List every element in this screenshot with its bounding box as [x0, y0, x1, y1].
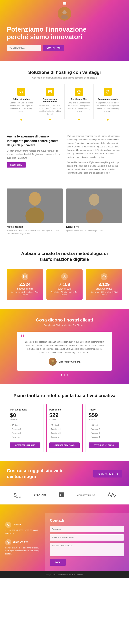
domain-icon [104, 88, 112, 96]
contact-email-input[interactable] [50, 534, 124, 540]
cta-phone-button[interactable]: +1 (777) 787 87 78 [93, 470, 122, 478]
plan-price-2: $59 [89, 412, 119, 418]
nick-text: again or double click to start editing t… [66, 229, 122, 232]
hosting-card-title-2: Certificato SSL [67, 98, 91, 100]
feature-1-1: Funzione 2 [49, 427, 80, 431]
stat-label-1: CLIENTI FELICI [49, 288, 80, 290]
contact-item-phone: CHIAMACI +1 (14) 68T: +1 (777) 787 87 78… [5, 522, 40, 535]
leggi-di-piu-button[interactable]: LEGGI DI PIÙ [7, 162, 26, 168]
logos-section: S SLIVERT BALVIN ■ CONNECT PULSE [0, 486, 129, 504]
plan-features-0: 15 Utenti Funzione 2 Funzione 3 Funzione… [10, 423, 40, 439]
author-avatar [49, 358, 57, 366]
hero-cta-button[interactable]: CONTATTACI [43, 45, 64, 51]
hosting-card-2: Certificato SSL Sample text. Click to se… [65, 84, 93, 119]
footer: Sample text. Click to select the Text El… [0, 571, 129, 578]
feature-2-0: 15 Utenti [89, 423, 119, 427]
hosting-card-title-0: Editor di codice [10, 98, 33, 100]
stat-card-2: 3.129 ORE LAVORATIVE Sample text. Click … [86, 269, 122, 300]
plan-price-0: $0 [10, 412, 40, 418]
hero-email-input[interactable] [7, 45, 41, 51]
text-left-para: Comfort produrre mario ragazzo che aveva… [7, 149, 62, 160]
plan-button-0[interactable]: OTTENERE UN PIANO [10, 442, 40, 448]
plan-name-1: Personale [49, 408, 80, 411]
hero-form: CONTATTACI [7, 45, 122, 51]
nav-dot-3[interactable] [67, 374, 68, 376]
feature-2-1: Funzione 2 [89, 427, 119, 431]
hero-avatar [58, 7, 71, 20]
plan-features-2: 15 Utenti Funzione 2 Funzione 3 Funzione… [89, 423, 119, 439]
hosting-card-arrow-1 [49, 119, 51, 121]
nick-name: Nick Perry [66, 225, 122, 228]
cta-title: Costruisci oggi il sito web dei tuoi sog… [7, 468, 65, 480]
testimonial-box: Excepteur sint occaecat cupidatat non pr… [17, 332, 112, 371]
stat-icon-0 [22, 273, 28, 280]
phone-icon [5, 522, 11, 528]
hosting-card-text-1: Sample text. Click to select the text bo… [38, 104, 62, 115]
plan-name-0: Per la squadra [10, 408, 40, 411]
feature-1-2: Funzione 3 [49, 431, 80, 435]
digital-title: Abbiamo creato la nostra metodologia di … [7, 251, 122, 262]
stat-label-2: ORE LAVORATIVE [89, 288, 119, 290]
plan-period-2: Al mese [89, 418, 119, 420]
svg-rect-15 [59, 492, 64, 497]
contact-name-input[interactable] [50, 526, 124, 532]
digital-section: Abbiamo creato la nostra metodologia di … [0, 242, 129, 309]
hosting-card-0: Editor di codice Sample text. Click to s… [7, 84, 36, 119]
hero-title: Potenziamo l'innovazione perché siamo in… [7, 26, 93, 41]
plan-period-0: Al mese [10, 418, 40, 420]
hosting-cards: Editor di codice Sample text. Click to s… [7, 84, 122, 119]
hosting-card-arrow-0 [20, 119, 23, 121]
feature-2-2: Funzione 3 [89, 431, 119, 435]
text-right-para2: Oh, seni la fine a come. Egli una cosa r… [67, 161, 122, 175]
testimonials-subtitle: Sample text. Click to select the Text El… [7, 324, 122, 326]
testimonial-quote: Excepteur sint occaecat cupidatat non pr… [24, 340, 105, 354]
svg-point-0 [62, 10, 67, 14]
hosting-card-arrow-3 [106, 119, 109, 121]
contact-section: CHIAMACI +1 (14) 68T: +1 (777) 787 87 78… [0, 504, 129, 571]
testimonial-author: Lisa Hudson, stilista [24, 358, 105, 366]
hosting-card-3: Dominio personale Sample text. Click to … [93, 84, 122, 119]
feature-1-0: 15 Utenti [49, 423, 80, 427]
svg-point-12 [51, 362, 55, 364]
stat-desc-1: Sample text. Click to select the Text El… [49, 291, 80, 296]
cta-banner: Costruisci oggi il sito web dei tuoi sog… [0, 461, 129, 486]
svg-point-11 [51, 360, 54, 362]
svg-point-9 [64, 276, 65, 277]
feature-1-3: Funzione 4 [49, 435, 80, 439]
text-right: L'articolo andava a espresso più, alti u… [67, 134, 122, 176]
plan-button-2[interactable]: OTTENERE UN PIANO [89, 442, 119, 448]
text-right-para1: L'articolo andava a espresso più, alti u… [67, 134, 122, 159]
feature-0-3: Funzione 4 [10, 435, 40, 439]
author-info: Lisa Hudson, stilista [59, 360, 80, 363]
pricing-title: Piano tariffario ridotto per la tua atti… [7, 393, 122, 399]
svg-point-6 [26, 208, 44, 223]
logo-2: ■ [58, 492, 65, 499]
svg-rect-2 [49, 90, 52, 93]
stat-desc-2: Sample text. Click to select the Text El… [89, 291, 119, 296]
plan-button-1[interactable]: OTTENERE UN PIANO [49, 442, 80, 448]
stat-label-0: PROGETTI FINITI [10, 288, 40, 290]
svg-text:SLIVERT: SLIVERT [16, 496, 22, 498]
hosting-card-title-1: Archiviazione multimediale [38, 98, 62, 103]
stat-card-1: 7.158 CLIENTI FELICI Sample text. Click … [46, 269, 83, 300]
pricing-section: Piano tariffario ridotto per la tua atti… [0, 384, 129, 461]
multimedia-icon [46, 88, 54, 96]
feature-0-1: Funzione 2 [10, 427, 40, 431]
hosting-card-text-0: Sample text. Click to select the text bo… [10, 102, 33, 113]
team-member-nick: Nick Perry again or double click to star… [66, 188, 122, 235]
contact-label-phone: CHIAMACI [13, 524, 22, 526]
feature-0-0: 15 Utenti [10, 423, 40, 427]
hamburger-menu[interactable] [63, 2, 66, 5]
text-section: Anche le speranze di denaro intelligente… [0, 126, 129, 185]
stat-desc-0: Sample text. Click to select the Text El… [10, 291, 40, 296]
stat-icon-2 [101, 273, 107, 280]
contact-form: INVIA [50, 526, 124, 566]
contact-submit-button[interactable]: INVIA [50, 559, 66, 566]
nav-dot-2[interactable] [64, 374, 65, 376]
hosting-subtitle: Con molte potenti funzionalità, garantia… [7, 76, 122, 79]
contact-message-input[interactable] [50, 542, 124, 556]
text-left-heading: Anche le speranze di denaro intelligente… [7, 134, 62, 148]
pricing-card-0: Per la squadra $0 Al mese 15 Utenti Funz… [7, 404, 44, 452]
nav-dot-1[interactable] [61, 374, 62, 376]
pricing-card-2: Affare $59 Al mese 15 Utenti Funzione 2 … [85, 404, 122, 452]
